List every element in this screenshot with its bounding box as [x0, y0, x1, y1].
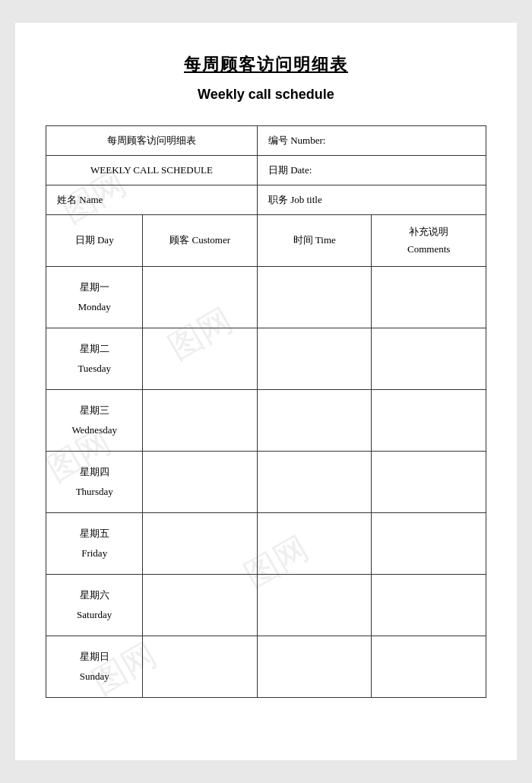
table-row: 星期二Tuesday [46, 328, 486, 389]
title-english: Weekly call schedule [46, 87, 486, 103]
table-row: 星期五Friday [46, 512, 486, 574]
day-cell-monday: 星期一Monday [46, 266, 143, 328]
comments-cell-monday [372, 266, 486, 328]
customer-cell-friday [143, 512, 258, 574]
day-zh: 星期六 [80, 589, 109, 601]
day-cell-wednesday: 星期三Wednesday [46, 389, 143, 451]
col-header-day: 日期 Day [46, 215, 143, 267]
day-cell-thursday: 星期四Thursday [46, 451, 143, 512]
customer-cell-wednesday [143, 389, 258, 451]
time-cell-saturday [257, 574, 372, 636]
day-zh: 星期一 [80, 281, 109, 293]
time-cell-wednesday [257, 389, 372, 451]
table-row: 星期日Sunday [46, 636, 486, 697]
time-cell-monday [257, 266, 372, 328]
time-cell-thursday [257, 451, 372, 512]
comments-en: Comments [407, 243, 450, 255]
customer-cell-monday [143, 266, 258, 328]
time-cell-friday [257, 512, 372, 574]
header-row-1: 每周顾客访问明细表 编号 Number: [46, 126, 486, 156]
column-header-row: 日期 Day 顾客 Customer 时间 Time 补充说明 Comments [46, 215, 486, 267]
title-chinese: 每周顾客访问明细表 [46, 53, 486, 76]
comments-zh: 补充说明 [409, 226, 448, 237]
table-row: 星期三Wednesday [46, 389, 486, 451]
comments-cell-tuesday [372, 328, 486, 389]
customer-cell-saturday [143, 574, 258, 636]
col-header-time: 时间 Time [257, 215, 372, 267]
header-title-zh: 每周顾客访问明细表 [46, 126, 258, 156]
day-zh: 星期二 [80, 343, 109, 354]
comments-cell-friday [372, 512, 486, 574]
table-row: 星期一Monday [46, 266, 486, 328]
day-zh: 星期三 [80, 404, 109, 416]
info-row: 姓名 Name 职务 Job title [46, 185, 486, 215]
comments-cell-sunday [372, 636, 486, 697]
col-header-comments: 补充说明 Comments [372, 215, 486, 267]
header-title-en: WEEKLY CALL SCHEDULE [46, 156, 258, 185]
time-cell-sunday [257, 636, 372, 697]
header-number-label: 编号 Number: [257, 126, 486, 156]
job-label: 职务 Job title [257, 185, 486, 215]
day-en: Wednesday [71, 424, 117, 436]
col-header-customer: 顾客 Customer [143, 215, 258, 267]
day-zh: 星期四 [80, 466, 109, 477]
day-cell-sunday: 星期日Sunday [46, 636, 143, 697]
day-cell-saturday: 星期六Saturday [46, 574, 143, 636]
day-zh: 星期日 [80, 651, 109, 662]
day-en: Tuesday [78, 363, 111, 374]
day-en: Sunday [80, 670, 109, 682]
day-en: Friday [81, 547, 107, 559]
name-label: 姓名 Name [46, 185, 258, 215]
header-row-2: WEEKLY CALL SCHEDULE 日期 Date: [46, 156, 486, 185]
comments-cell-thursday [372, 451, 486, 512]
table-row: 星期六Saturday [46, 574, 486, 636]
comments-cell-saturday [372, 574, 486, 636]
table-row: 星期四Thursday [46, 451, 486, 512]
schedule-table: 每周顾客访问明细表 编号 Number: WEEKLY CALL SCHEDUL… [46, 125, 486, 698]
day-en: Thursday [76, 486, 113, 497]
customer-cell-sunday [143, 636, 258, 697]
day-cell-tuesday: 星期二Tuesday [46, 328, 143, 389]
time-cell-tuesday [257, 328, 372, 389]
day-cell-friday: 星期五Friday [46, 512, 143, 574]
day-zh: 星期五 [80, 528, 109, 539]
customer-cell-thursday [143, 451, 258, 512]
customer-cell-tuesday [143, 328, 258, 389]
day-en: Saturday [77, 609, 112, 620]
day-en: Monday [78, 301, 111, 312]
header-date-label: 日期 Date: [257, 156, 486, 185]
comments-cell-wednesday [372, 389, 486, 451]
